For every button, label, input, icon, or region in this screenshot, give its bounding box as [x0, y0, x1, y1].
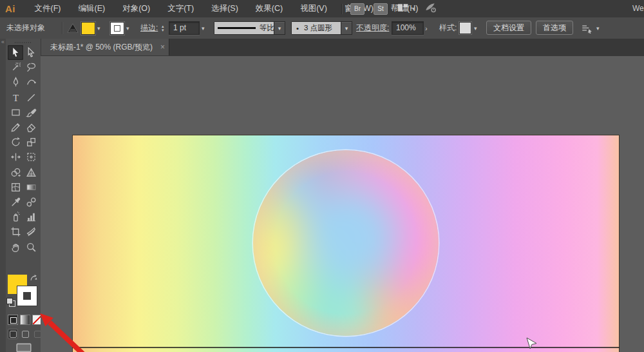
menu-file[interactable]: 文件(F) — [26, 0, 70, 17]
hand-tool[interactable] — [8, 239, 23, 254]
swap-fill-stroke-icon[interactable] — [30, 273, 38, 285]
curvature-tool[interactable] — [23, 75, 39, 90]
eraser-tool[interactable] — [23, 120, 39, 135]
width-profile-chevron-icon[interactable]: ▾ — [274, 21, 285, 35]
pen-tool[interactable] — [8, 75, 23, 90]
gradient-tool[interactable] — [23, 180, 39, 195]
stroke-weight-stepper[interactable]: ▴▾ — [162, 17, 164, 39]
width-profile-dropdown[interactable]: 等比 — [214, 21, 278, 35]
blend-tool[interactable] — [23, 195, 39, 210]
document-setup-button[interactable]: 文档设置 — [486, 21, 531, 35]
width-tool[interactable] — [8, 150, 23, 164]
perspective-grid-tool[interactable] — [23, 165, 39, 180]
app-logo: Ai — [5, 3, 15, 14]
close-tab-icon[interactable]: × — [160, 43, 165, 52]
magic-wand-tool[interactable] — [8, 60, 23, 75]
zoom-tool[interactable] — [23, 239, 39, 254]
draw-normal-button[interactable] — [8, 329, 18, 339]
stock-button[interactable]: St — [374, 3, 388, 15]
fill-color-swatch[interactable] — [81, 22, 95, 35]
rectangle-tool[interactable] — [8, 105, 23, 120]
preferences-button[interactable]: 首选项 — [536, 21, 573, 35]
selection-status: 未选择对象 — [6, 17, 45, 39]
stroke-color-chevron-icon[interactable]: ▾ — [126, 17, 129, 39]
menu-bar: Ai 文件(F)编辑(E)对象(O)文字(T)选择(S)效果(C)视图(V)窗口… — [0, 0, 644, 18]
stroke-weight-field[interactable]: 1 pt — [169, 21, 200, 35]
menu-select[interactable]: 选择(S) — [203, 0, 247, 17]
mesh-tool[interactable] — [8, 180, 23, 195]
artboard-artwork[interactable] — [72, 135, 620, 352]
divider — [341, 4, 343, 14]
artboard-tool[interactable] — [8, 224, 23, 239]
workspace-label[interactable]: We — [632, 0, 644, 17]
stroke-label[interactable]: 描边: — [140, 17, 158, 39]
scale-tool[interactable] — [23, 135, 39, 150]
document-tab[interactable]: 未标题-1* @ 50% (RGB/预览) × — [41, 39, 169, 55]
pencil-tool[interactable] — [8, 120, 23, 135]
draw-behind-button[interactable] — [20, 329, 30, 339]
menu-view[interactable]: 视图(V) — [292, 0, 336, 17]
menu-type[interactable]: 文字(T) — [159, 0, 203, 17]
chevron-down-icon[interactable]: ▾ — [412, 6, 415, 12]
gradient-button[interactable] — [20, 315, 30, 325]
opacity-more-button[interactable]: › — [425, 17, 428, 39]
line-segment-tool[interactable] — [23, 90, 39, 105]
stroke-weight-chevron-icon[interactable]: ▾ — [202, 17, 205, 39]
direct-selection-tool[interactable] — [23, 45, 39, 60]
free-transform-tool[interactable] — [23, 150, 39, 164]
align-chevron-icon[interactable]: ▾ — [596, 17, 600, 39]
default-fill-stroke-icon[interactable] — [6, 298, 15, 307]
rotate-tool[interactable] — [8, 135, 23, 150]
document-tab-bar: 未标题-1* @ 50% (RGB/预览) × — [41, 39, 644, 57]
swirl-circle-shape[interactable] — [253, 150, 439, 336]
artboard-bottom-edge — [72, 347, 620, 348]
brush-dropdown[interactable]: • 3 点圆形 — [291, 21, 348, 35]
tools-panel: T — [6, 39, 41, 352]
bridge-button[interactable]: Br — [350, 3, 365, 15]
tool-grid: T — [6, 45, 41, 255]
sync-settings-icon[interactable] — [424, 2, 437, 15]
document-tab-title: 未标题-1* @ 50% (RGB/预览) — [50, 42, 153, 53]
stroke-color-swatch[interactable] — [110, 22, 124, 35]
style-chevron-icon[interactable]: ▾ — [474, 17, 477, 39]
menu-object[interactable]: 对象(O) — [114, 0, 159, 17]
collapse-panel-icon[interactable]: « — [0, 39, 6, 45]
style-swatch[interactable] — [459, 22, 471, 34]
screen-mode-button[interactable] — [16, 343, 32, 352]
style-label: 样式: — [439, 17, 457, 39]
panel-drag-handle[interactable] — [15, 42, 32, 43]
divider — [62, 22, 63, 34]
stroke-swatch[interactable] — [17, 286, 37, 306]
shape-builder-tool[interactable] — [8, 165, 23, 180]
lasso-tool[interactable] — [23, 60, 39, 75]
paintbrush-tool[interactable] — [23, 105, 39, 120]
menu-edit[interactable]: 编辑(E) — [70, 0, 114, 17]
color-button[interactable] — [8, 315, 18, 325]
brush-chevron-icon[interactable]: ▾ — [341, 21, 352, 35]
type-tool[interactable]: T — [8, 90, 23, 105]
workspace-layout-icon[interactable] — [397, 3, 410, 15]
line-preview — [218, 27, 256, 29]
menu-effect[interactable]: 效果(C) — [247, 0, 291, 17]
selection-tool[interactable] — [8, 45, 23, 60]
circle-rim — [253, 150, 439, 336]
opacity-label[interactable]: 不透明度: — [356, 17, 389, 39]
svg-text:T: T — [12, 92, 18, 103]
align-icon[interactable] — [581, 17, 592, 39]
symbol-sprayer-tool[interactable] — [8, 210, 23, 224]
eyedropper-tool[interactable] — [8, 195, 23, 210]
slice-tool[interactable] — [23, 224, 39, 239]
fill-color-chevron-icon[interactable]: ▾ — [97, 17, 100, 39]
appearance-icon — [67, 17, 79, 39]
control-bar: 未选择对象 ▾ ▾ 描边: ▴▾ 1 pt ▾ 等比 ▾ • 3 点圆形 ▾ 不… — [0, 17, 644, 39]
column-graph-tool[interactable] — [23, 210, 39, 224]
illustrator-window: Ai 文件(F)编辑(E)对象(O)文字(T)选择(S)效果(C)视图(V)窗口… — [0, 0, 644, 352]
opacity-field[interactable]: 100% — [392, 21, 424, 35]
